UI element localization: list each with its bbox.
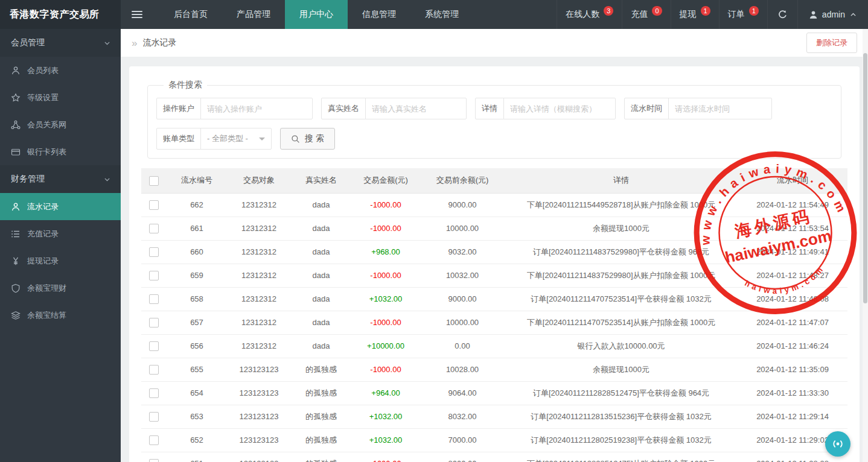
stat-online-users[interactable]: 在线人数 3 [557, 0, 622, 29]
row-checkbox[interactable] [149, 294, 159, 304]
detail-input[interactable] [503, 98, 616, 119]
refresh-icon [777, 10, 788, 20]
field-operator-account: 操作账户 [156, 98, 313, 119]
top-right-area: 在线人数 3 充值 0 提现 1 订单 1 admin [557, 0, 868, 29]
bill-type-select[interactable]: - 全部类型 - [200, 128, 272, 150]
cell-detail: 下单[20240112114707523514]从账户扣除金额 1000元 [505, 311, 738, 334]
row-checkbox[interactable] [149, 318, 159, 328]
cell-balance: 8032.00 [420, 405, 505, 428]
table-row[interactable]: 658 12312312 dada +1032.00 9000.00 订单[20… [141, 287, 847, 311]
scrollbar-thumb[interactable] [863, 53, 867, 303]
table-row[interactable]: 660 12312312 dada +968.00 9032.00 订单[202… [141, 240, 847, 264]
sidebar-item-relationship-network[interactable]: 会员关系网 [0, 111, 121, 138]
cell-balance: 9032.00 [420, 240, 505, 264]
cell-real-name: dada [291, 240, 351, 264]
table-row[interactable]: 652 123123123 的孤独感 +1032.00 7000.00 订单[2… [141, 428, 847, 452]
cell-time: 2024-01-12 11:54:49 [738, 193, 847, 217]
cell-target: 123123123 [227, 452, 291, 462]
cell-time: 2024-01-12 11:29:14 [738, 405, 847, 428]
table-row[interactable]: 655 123123123 的孤独感 -1000.00 10028.00 余额提… [141, 358, 847, 381]
sidebar-item-member-list[interactable]: 会员列表 [0, 57, 121, 84]
table-row[interactable]: 653 123123123 的孤独感 +1032.00 8032.00 订单[2… [141, 405, 847, 428]
row-checkbox[interactable] [149, 435, 159, 445]
operator-account-input[interactable] [200, 98, 313, 119]
search-fieldset: 条件搜索 操作账户 真实姓名 详情 [147, 80, 841, 159]
row-checkbox[interactable] [149, 388, 159, 398]
user-menu[interactable]: admin [797, 0, 868, 29]
table-row[interactable]: 654 123123123 的孤独感 +964.00 9064.00 订单[20… [141, 381, 847, 405]
table-row[interactable]: 651 123123123 的孤独感 -1000.00 8000.00 下单[2… [141, 452, 847, 462]
row-checkbox[interactable] [149, 412, 159, 422]
select-all-checkbox[interactable] [149, 176, 159, 186]
sidebar-group-finance[interactable]: 财务管理 [0, 165, 121, 193]
table-row[interactable]: 657 12312312 dada -1000.00 10000.00 下单[2… [141, 311, 847, 334]
cell-time: 2024-01-12 11:33:30 [738, 381, 847, 405]
sidebar-item-recharge-records[interactable]: 充值记录 [0, 220, 121, 247]
topnav-item-system[interactable]: 系统管理 [410, 0, 473, 29]
sidebar-item-level-settings[interactable]: 等级设置 [0, 84, 121, 111]
cell-detail: 银行入款入款10000.00元 [505, 334, 738, 358]
stat-recharge[interactable]: 充值 0 [622, 0, 670, 29]
row-checkbox[interactable] [149, 365, 159, 375]
topnav-item-home[interactable]: 后台首页 [159, 0, 222, 29]
sidebar-group-members[interactable]: 会员管理 [0, 29, 121, 57]
cell-flow-id: 660 [167, 240, 227, 264]
cell-detail: 下单[20240112114837529980]从账户扣除金额 1000元 [505, 264, 738, 287]
stat-withdraw[interactable]: 提现 1 [671, 0, 719, 29]
row-checkbox[interactable] [149, 459, 159, 462]
flow-time-input[interactable] [668, 98, 772, 119]
cell-detail: 订单[20240112114707523514]平仓获得金额 1032元 [505, 287, 738, 311]
topnav-item-products[interactable]: 产品管理 [222, 0, 285, 29]
cell-real-name: 的孤独感 [291, 452, 351, 462]
cell-time: 2024-01-12 11:48:08 [738, 287, 847, 311]
topnav-item-user-center[interactable]: 用户中心 [285, 0, 348, 29]
stat-label: 提现 [680, 9, 697, 20]
table-row[interactable]: 659 12312312 dada -1000.00 10032.00 下单[2… [141, 264, 847, 287]
refresh-button[interactable] [767, 0, 797, 29]
cell-real-name: dada [291, 217, 351, 240]
stat-badge: 1 [701, 6, 710, 16]
stat-label: 在线人数 [566, 9, 599, 20]
cell-flow-id: 652 [167, 428, 227, 452]
table-row[interactable]: 661 12312312 dada -1000.00 10000.00 余额提现… [141, 217, 847, 240]
stat-badge: 3 [604, 6, 613, 16]
table-row[interactable]: 656 12312312 dada +10000.00 0.00 银行入款入款1… [141, 334, 847, 358]
sidebar-item-bank-cards[interactable]: 银行卡列表 [0, 138, 121, 165]
sidebar-item-flow-records[interactable]: 流水记录 [0, 193, 121, 220]
sidebar-item-yuebao-settlement[interactable]: 余额宝结算 [0, 302, 121, 329]
cell-real-name: 的孤独感 [291, 358, 351, 381]
collapse-menu-button[interactable] [121, 0, 153, 29]
list-icon [11, 229, 21, 239]
scrollbar-track[interactable] [863, 29, 868, 462]
stat-orders[interactable]: 订单 1 [719, 0, 767, 29]
broadcast-icon [831, 437, 845, 451]
sidebar-item-label: 银行卡列表 [27, 147, 66, 157]
field-flow-time: 流水时间 [624, 98, 772, 119]
row-checkbox[interactable] [149, 271, 159, 280]
sidebar-item-label: 会员列表 [27, 65, 59, 76]
real-name-input[interactable] [365, 98, 467, 119]
delete-records-button[interactable]: 删除记录 [806, 33, 857, 53]
table-row[interactable]: 662 12312312 dada -1000.00 9000.00 下单[20… [141, 193, 847, 217]
cell-target: 123123123 [227, 405, 291, 428]
row-checkbox[interactable] [149, 341, 159, 351]
search-button[interactable]: 搜 索 [280, 128, 335, 150]
cell-flow-id: 658 [167, 287, 227, 311]
cell-target: 12312312 [227, 311, 291, 334]
cell-flow-id: 659 [167, 264, 227, 287]
customer-service-float-button[interactable] [825, 431, 850, 457]
cell-target: 12312312 [227, 240, 291, 264]
cell-target: 12312312 [227, 264, 291, 287]
sidebar-item-withdraw-records[interactable]: 提现记录 [0, 247, 121, 274]
sidebar-item-yuebao-finance[interactable]: 余额宝理财 [0, 274, 121, 302]
cell-real-name: 的孤独感 [291, 405, 351, 428]
col-header-time: 流水时间 [738, 168, 847, 193]
chevron-down-icon [259, 138, 265, 141]
row-checkbox[interactable] [149, 200, 159, 210]
cell-target: 12312312 [227, 193, 291, 217]
row-checkbox[interactable] [149, 247, 159, 257]
topnav-item-info[interactable]: 信息管理 [348, 0, 410, 29]
cell-real-name: dada [291, 334, 351, 358]
row-checkbox[interactable] [149, 224, 159, 233]
sidebar-item-label: 充值记录 [27, 229, 59, 239]
